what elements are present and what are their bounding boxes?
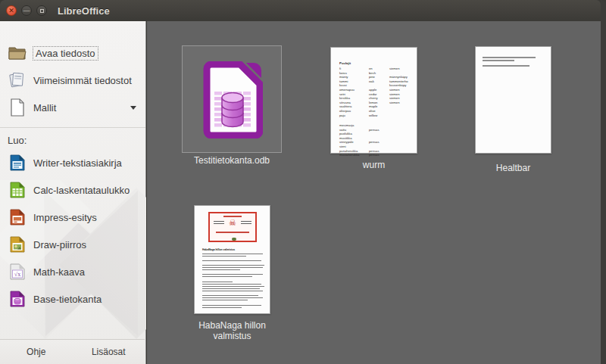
document-label: wurm — [330, 160, 417, 170]
document-thumbnail-habanaga[interactable]: ☠ HabaNaga hillon valmistus — [194, 205, 270, 314]
window-controls: ✕ — — [6, 5, 47, 16]
document-label: Healtbar — [475, 163, 551, 173]
wurm-preview-column: en birch pine oak apple cedar cherry lem… — [369, 67, 378, 117]
draw-icon — [8, 235, 27, 254]
sidebar-item-label: Base-tietokanta — [33, 294, 102, 305]
chevron-down-icon[interactable] — [130, 106, 136, 110]
svg-text:√x: √x — [14, 271, 20, 278]
text-line — [483, 65, 529, 67]
writer-icon — [8, 154, 27, 172]
minimize-icon[interactable]: — — [21, 5, 32, 16]
impress-icon — [8, 208, 27, 226]
recent-documents-icon — [8, 71, 27, 89]
sidebar-item-base[interactable]: Base-tietokanta — [0, 285, 145, 313]
recipe-heading: HabaNaga hillon valmistus — [202, 248, 235, 251]
wurm-preview-column: mesimarja vattu puolukka mustikka viinir… — [339, 123, 359, 157]
titlebar: ✕ — LibreOffice — [0, 0, 601, 21]
base-document-icon — [202, 61, 263, 138]
sidebar-item-draw[interactable]: Draw-piirros — [0, 231, 145, 258]
sidebar-item-templates[interactable]: Mallit — [0, 94, 145, 121]
document-thumbnail-wurm[interactable]: Puulajit fi koivu mänty tammi kuusi omen… — [330, 47, 417, 154]
sidebar: Avaa tiedosto Viimeisimmät tiedostot — [0, 21, 146, 364]
wurm-preview-column: siemen männynkäpy tammenterho kuusenkäpy… — [389, 67, 408, 114]
document-thumbnail-testitietokanta[interactable] — [182, 45, 282, 153]
base-icon — [8, 290, 27, 308]
wurm-preview-column: fi koivu mänty tammi kuusi omenapuu setr… — [339, 67, 355, 117]
calc-icon — [8, 181, 27, 199]
libreoffice-start-center-window: ✕ — LibreOffice — [0, 0, 606, 364]
pepper-image — [232, 238, 236, 241]
open-folder-icon — [8, 44, 27, 62]
wurm-preview-column: pensas pensas pensas pensas — [369, 123, 380, 157]
sidebar-item-math[interactable]: √x Math-kaava — [0, 258, 145, 285]
text-line — [483, 60, 514, 61]
sidebar-item-impress[interactable]: Impress-esitys — [0, 204, 145, 231]
sidebar-item-label: Draw-piirros — [33, 239, 86, 250]
sidebar-item-label: Impress-esitys — [33, 212, 97, 223]
sidebar-footer: Ohje Lisäosat — [0, 339, 145, 364]
template-icon — [8, 98, 27, 117]
sidebar-item-recent-documents[interactable]: Viimeisimmät tiedostot — [0, 67, 145, 94]
sidebar-item-calc[interactable]: Calc-laskentataulukko — [0, 176, 145, 204]
skull-icon: ☠ — [210, 219, 255, 227]
document-label: Testitietokanta.odb — [182, 155, 282, 166]
create-heading: Luo: — [0, 128, 145, 149]
window-title: LibreOffice — [58, 5, 110, 17]
wurm-preview-title: Puulajit — [339, 61, 351, 66]
extensions-button[interactable]: Lisäosat — [73, 347, 145, 357]
maximize-icon[interactable] — [36, 5, 47, 16]
sidebar-item-open-file[interactable]: Avaa tiedosto — [0, 39, 145, 67]
math-icon: √x — [8, 263, 27, 281]
sidebar-item-writer[interactable]: Writer-tekstiasiakirja — [0, 149, 145, 176]
help-button[interactable]: Ohje — [0, 347, 73, 357]
text-line — [483, 57, 536, 58]
documents-area: Testitietokanta.odb Puulajit fi koivu mä… — [147, 21, 601, 364]
recipe-label-graphic: ☠ — [208, 212, 257, 242]
sidebar-item-label: Avaa tiedosto — [33, 47, 98, 60]
document-thumbnail-healtbar[interactable] — [475, 46, 551, 154]
sidebar-item-label: Math-kaava — [33, 266, 85, 278]
sidebar-item-label: Calc-laskentataulukko — [33, 185, 130, 196]
window-right-edge — [601, 0, 606, 364]
sidebar-item-label: Viimeisimmät tiedostot — [33, 75, 132, 86]
sidebar-item-label: Mallit — [33, 102, 56, 114]
document-label: HabaNaga hillon valmistus — [179, 320, 286, 341]
sidebar-item-label: Writer-tekstiasiakirja — [33, 157, 122, 169]
close-icon[interactable]: ✕ — [6, 5, 17, 16]
